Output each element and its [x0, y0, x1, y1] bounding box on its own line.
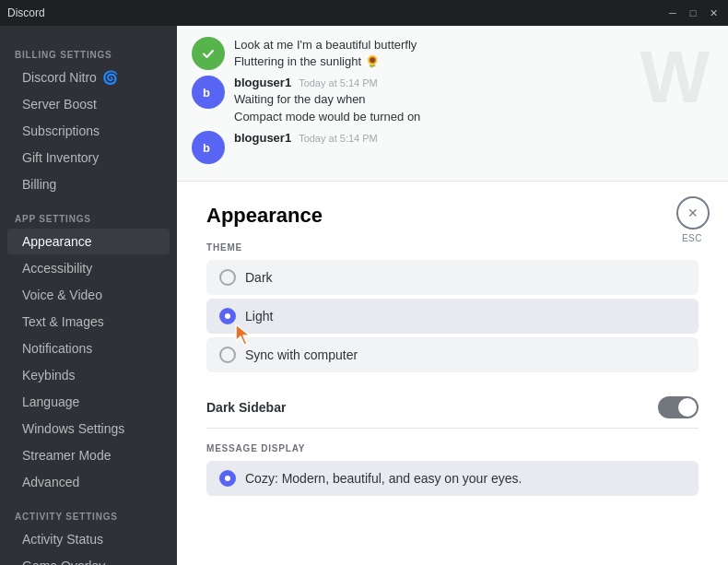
username-3: bloguser1: [234, 131, 291, 145]
preview-area: W Look at me I'm a beautiful butterfly F…: [177, 26, 728, 182]
sidebar-item-appearance[interactable]: Appearance: [7, 229, 170, 254]
avatar-2: b: [192, 76, 225, 109]
radio-light: [219, 308, 236, 324]
title-bar: Discord ─ □ ✕: [0, 0, 728, 26]
avatar-1: [192, 37, 225, 70]
text-images-label: Text & Images: [22, 314, 104, 329]
sidebar-item-windows-settings[interactable]: Windows Settings: [7, 416, 170, 441]
billing-section-label: BILLING SETTINGS: [0, 44, 177, 64]
chat-message-3: b bloguser1 Today at 5:14 PM: [192, 131, 713, 164]
message-display-cozy[interactable]: Cozy: Modern, beautiful, and easy on you…: [206, 461, 699, 496]
sidebar-item-activity-status[interactable]: Activity Status: [7, 526, 170, 552]
streamer-mode-label: Streamer Mode: [22, 448, 111, 463]
nitro-icon: 🌀: [102, 70, 118, 85]
sidebar-item-discord-nitro[interactable]: Discord Nitro 🌀: [7, 65, 170, 90]
accessibility-label: Accessibility: [22, 261, 92, 276]
dark-sidebar-label: Dark Sidebar: [206, 400, 286, 415]
sidebar-item-accessibility[interactable]: Accessibility: [7, 255, 170, 281]
toggle-x-icon: ✕: [687, 401, 695, 413]
minimize-button[interactable]: ─: [665, 6, 680, 20]
chat-message-2: b bloguser1 Today at 5:14 PM Waiting for…: [192, 76, 713, 124]
activity-status-label: Activity Status: [22, 532, 103, 547]
timestamp-3: Today at 5:14 PM: [299, 133, 378, 144]
theme-option-sync[interactable]: Sync with computer: [206, 337, 699, 372]
discord-nitro-label: Discord Nitro: [22, 70, 97, 85]
voice-video-label: Voice & Video: [22, 288, 102, 302]
radio-cozy: [219, 470, 236, 487]
app-section-label: APP SETTINGS: [0, 208, 177, 228]
message-text-2a: Waiting for the day when: [234, 91, 713, 108]
sidebar-item-game-overlay[interactable]: Game Overlay: [7, 553, 170, 565]
theme-radio-group: Dark Light Sync with compute: [206, 260, 699, 372]
sidebar: BILLING SETTINGS Discord Nitro 🌀 Server …: [0, 26, 177, 565]
sidebar-item-streamer-mode[interactable]: Streamer Mode: [7, 442, 170, 468]
gift-inventory-label: Gift Inventory: [22, 150, 99, 165]
app-title: Discord: [7, 6, 45, 19]
cozy-label: Cozy: Modern, beautiful, and easy on you…: [245, 471, 522, 486]
server-boost-label: Server Boost: [22, 97, 97, 112]
notifications-label: Notifications: [22, 341, 92, 356]
sidebar-item-advanced[interactable]: Advanced: [7, 469, 170, 495]
sidebar-item-keybinds[interactable]: Keybinds: [7, 362, 170, 388]
subscriptions-label: Subscriptions: [22, 124, 100, 138]
theme-option-dark[interactable]: Dark: [206, 260, 699, 295]
sidebar-item-voice-video[interactable]: Voice & Video: [7, 282, 170, 308]
radio-sync: [219, 347, 236, 363]
dark-sidebar-toggle[interactable]: ✕: [658, 396, 699, 418]
theme-section-label: THEME: [206, 242, 699, 253]
message-text-1a: Look at me I'm a beautiful butterfly: [234, 37, 713, 53]
maximize-button[interactable]: □: [686, 6, 700, 20]
username-2: bloguser1: [234, 76, 291, 89]
activity-section-label: ACTIVITY SETTINGS: [0, 506, 177, 525]
message-header-3: bloguser1 Today at 5:14 PM: [234, 131, 713, 145]
sidebar-item-gift-inventory[interactable]: Gift Inventory: [7, 145, 170, 171]
close-window-button[interactable]: ✕: [706, 6, 721, 20]
message-display-section-label: MESSAGE DISPLAY: [206, 443, 699, 453]
message-content-3: bloguser1 Today at 5:14 PM: [234, 131, 713, 147]
advanced-label: Advanced: [22, 475, 79, 489]
dark-sidebar-row: Dark Sidebar ✕: [206, 387, 699, 429]
sidebar-item-language[interactable]: Language: [7, 389, 170, 415]
svg-text:b: b: [203, 86, 210, 100]
svg-text:b: b: [203, 141, 210, 155]
message-text-1b: Fluttering in the sunlight 🌻: [234, 53, 713, 70]
window-controls: ─ □ ✕: [665, 6, 721, 20]
message-header-2: bloguser1 Today at 5:14 PM: [234, 76, 713, 89]
sidebar-item-server-boost[interactable]: Server Boost: [7, 91, 170, 117]
theme-light-label: Light: [245, 309, 273, 324]
sidebar-item-text-images[interactable]: Text & Images: [7, 309, 170, 335]
timestamp-2: Today at 5:14 PM: [299, 77, 378, 88]
close-settings-button[interactable]: ✕: [676, 196, 710, 230]
windows-settings-label: Windows Settings: [22, 421, 124, 436]
theme-option-light[interactable]: Light: [206, 299, 699, 334]
content-area: W Look at me I'm a beautiful butterfly F…: [177, 26, 728, 565]
main-container: BILLING SETTINGS Discord Nitro 🌀 Server …: [0, 26, 728, 565]
sidebar-item-notifications[interactable]: Notifications: [7, 335, 170, 361]
theme-sync-label: Sync with computer: [245, 347, 358, 362]
chat-message-1: Look at me I'm a beautiful butterfly Flu…: [192, 37, 713, 70]
appearance-label: Appearance: [22, 234, 92, 249]
message-content-1: Look at me I'm a beautiful butterfly Flu…: [234, 37, 713, 70]
language-label: Language: [22, 394, 79, 409]
sidebar-item-billing[interactable]: Billing: [7, 171, 170, 197]
keybinds-label: Keybinds: [22, 368, 76, 383]
game-overlay-label: Game Overlay: [22, 559, 105, 565]
message-content-2: bloguser1 Today at 5:14 PM Waiting for t…: [234, 76, 713, 124]
radio-dark: [219, 269, 236, 286]
theme-dark-label: Dark: [245, 270, 273, 285]
message-text-2b: Compact mode would be turned on: [234, 109, 713, 125]
avatar-3: b: [192, 131, 225, 164]
sidebar-item-subscriptions[interactable]: Subscriptions: [7, 118, 170, 144]
billing-label: Billing: [22, 177, 56, 192]
svg-point-0: [199, 44, 217, 63]
page-title: Appearance: [206, 204, 699, 228]
esc-label: ESC: [682, 233, 702, 243]
settings-content: Appearance ✕ ESC THEME Dark Light: [177, 182, 728, 518]
